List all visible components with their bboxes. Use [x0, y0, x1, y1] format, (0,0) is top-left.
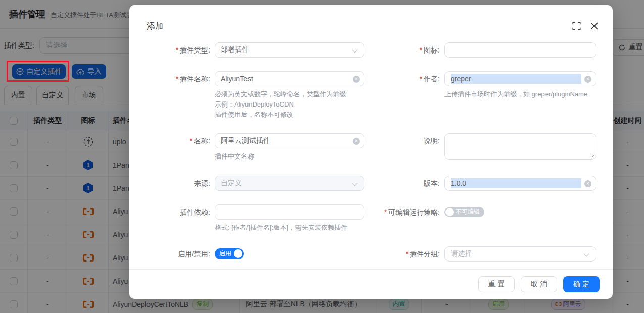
clear-icon[interactable]: × [584, 76, 591, 83]
author-help: 上传插件市场时作为前缀，如 greper/pluginName [444, 89, 596, 99]
clear-icon[interactable]: × [353, 76, 360, 83]
cn-name-input[interactable]: 阿里云测试插件 × [215, 133, 364, 148]
plugin-type-select[interactable]: 部署插件 [215, 42, 364, 58]
chevron-down-icon [352, 180, 357, 186]
fullscreen-icon[interactable] [572, 22, 581, 30]
clear-icon[interactable]: × [584, 180, 591, 187]
source-select: 自定义 [215, 176, 364, 191]
chevron-down-icon [583, 251, 589, 256]
icon-label: 图标: [424, 46, 440, 54]
icon-input[interactable] [444, 42, 596, 58]
selected-text: greper [451, 74, 581, 84]
chevron-down-icon [352, 47, 357, 53]
author-label: 作者: [424, 75, 440, 83]
enabled-label: 启用/禁用: [178, 250, 210, 258]
dependency-input[interactable] [215, 204, 364, 220]
group-label: 插件分组: [410, 250, 440, 258]
description-textarea[interactable] [444, 133, 596, 160]
toggle-knob [234, 249, 242, 258]
dependency-help: 格式: [作者/]插件名[:版本]，需先安装依赖插件 [215, 223, 364, 233]
dependency-label: 插件依赖: [180, 208, 210, 216]
clear-icon[interactable]: × [353, 138, 360, 145]
editable-policy-toggle[interactable]: 不可编辑 [444, 207, 484, 217]
ok-button[interactable]: 确 定 [563, 276, 600, 292]
source-label: 来源: [194, 179, 210, 187]
dialog-footer: 重 置 取 消 确 定 [129, 269, 613, 299]
dialog-title: 添加 [147, 21, 163, 32]
reset-button[interactable]: 重 置 [478, 276, 515, 292]
annotation-highlight-box [7, 61, 69, 82]
plugin-name-help: 必须为英文或数字，驼峰命名，类型作为前缀 示例：AliyunDeployToCD… [215, 89, 364, 120]
version-input[interactable]: 1.0.0 × [444, 176, 596, 191]
cn-name-help: 插件中文名称 [215, 151, 364, 162]
close-icon[interactable] [590, 22, 599, 30]
screen: 插件管理 自定义插件处于BETA测试版， 插件类型: 请选择 重置 自定义插件 … [0, 0, 644, 313]
plugin-name-input[interactable]: AliyunTest × [215, 71, 364, 86]
dialog-form: *插件类型: 部署插件 *图标: *插件名称: Al [129, 42, 613, 275]
group-select[interactable]: 请选择 [444, 246, 596, 262]
plugin-type-label: 插件类型: [180, 46, 210, 54]
cn-name-label: 名称: [194, 137, 210, 145]
description-label: 说明: [424, 137, 440, 145]
author-input[interactable]: greper × [444, 71, 596, 86]
toggle-knob [445, 208, 454, 216]
plugin-name-label: 插件名称: [180, 75, 210, 83]
selected-text: 1.0.0 [451, 178, 581, 188]
enabled-toggle[interactable]: 启用 [215, 248, 244, 259]
cancel-button[interactable]: 取 消 [521, 276, 557, 292]
editable-policy-label: 可编辑运行策略: [388, 208, 440, 216]
version-label: 版本: [424, 179, 440, 187]
add-plugin-dialog: 添加 *插件类型: 部署插件 *图标: [129, 5, 613, 299]
